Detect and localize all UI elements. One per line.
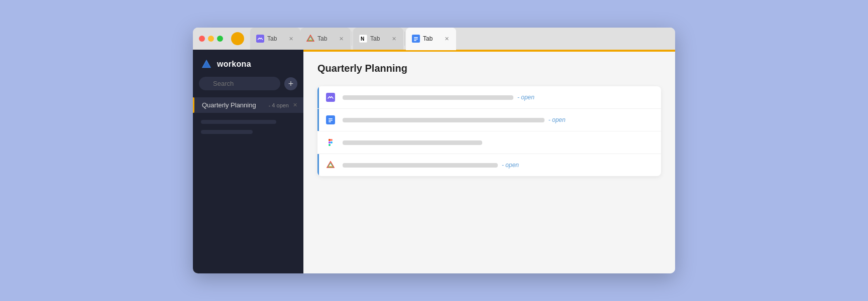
- workona-multicolor-tab-icon: [306, 35, 314, 43]
- tab3-close[interactable]: ✕: [391, 35, 397, 43]
- page-header: Quarterly Planning: [303, 52, 675, 81]
- tab4-label: Tab: [423, 35, 441, 42]
- tab-item-1-bar: [343, 95, 513, 100]
- traffic-lights: [199, 36, 223, 42]
- tab-item-3-icon: [325, 137, 336, 147]
- notion-tab-icon: N: [359, 35, 367, 43]
- tab-item-4-open-label: - open: [502, 162, 519, 169]
- svg-rect-8: [414, 39, 418, 40]
- tab-content-area: - open: [303, 81, 675, 273]
- svg-rect-17: [329, 139, 331, 141]
- workspace-name: Quarterly Planning: [199, 101, 267, 109]
- tab-item-2-open-label: - open: [549, 116, 566, 123]
- svg-rect-14: [329, 118, 333, 119]
- browser-tab-4[interactable]: Tab ✕: [406, 28, 456, 50]
- svg-rect-20: [329, 144, 331, 146]
- workspace-item-quarterly[interactable]: Quarterly Planning - 4 open ✕: [193, 97, 303, 113]
- svg-rect-16: [329, 121, 331, 122]
- tab-item-1-bar-wrapper: - open: [343, 94, 653, 101]
- tab-separator: [352, 32, 352, 46]
- docs-blue-tab-icon: [412, 35, 420, 43]
- workspace-accent: [193, 97, 194, 113]
- main-content: Quarterly Planning -: [303, 50, 675, 273]
- svg-rect-15: [329, 120, 333, 121]
- tab-list-item-1[interactable]: - open: [317, 86, 661, 109]
- sidebar-brand: workona: [217, 60, 251, 69]
- tab-item-1-open-label: - open: [517, 94, 534, 101]
- tab-item-4-icon: [325, 160, 336, 170]
- tab1-label: Tab: [267, 35, 285, 42]
- svg-rect-18: [331, 139, 333, 141]
- maximize-button[interactable]: [217, 36, 223, 42]
- sidebar-placeholder-lines: [193, 113, 303, 147]
- sidebar-placeholder-line-1: [201, 120, 276, 124]
- svg-rect-7: [414, 37, 418, 38]
- tab-separator-2: [404, 32, 405, 46]
- browser-body: workona 🔍 + Quarterly Planning - 4 open …: [193, 50, 675, 273]
- tab-item-3-bar-wrapper: [343, 140, 653, 145]
- workspace-close-btn[interactable]: ✕: [293, 102, 297, 108]
- page-title: Quarterly Planning: [317, 63, 661, 74]
- tab4-close[interactable]: ✕: [444, 35, 450, 43]
- tab-list-item-3[interactable]: [317, 131, 661, 154]
- tab-item-3-bar: [343, 140, 482, 145]
- sidebar: workona 🔍 + Quarterly Planning - 4 open …: [193, 50, 303, 273]
- tab3-label: Tab: [370, 35, 388, 42]
- svg-rect-9: [414, 40, 416, 41]
- browser-window: Tab ✕ Tab ✕: [193, 28, 675, 273]
- tabs-card: - open: [317, 86, 661, 176]
- profile-avatar[interactable]: [231, 32, 244, 45]
- tab2-close[interactable]: ✕: [338, 35, 345, 43]
- tab2-label: Tab: [317, 35, 335, 42]
- browser-tabs: Tab ✕ Tab ✕: [250, 28, 669, 50]
- tab-item-2-bar: [343, 118, 545, 122]
- browser-tab-2[interactable]: Tab ✕: [300, 28, 351, 50]
- tab1-close[interactable]: ✕: [288, 35, 294, 43]
- add-workspace-button[interactable]: +: [284, 77, 297, 90]
- close-button[interactable]: [199, 36, 205, 42]
- sidebar-placeholder-line-2: [201, 130, 253, 134]
- search-wrapper: 🔍: [199, 77, 280, 90]
- svg-point-21: [331, 141, 333, 143]
- minimize-button[interactable]: [208, 36, 214, 42]
- sidebar-logo: workona: [193, 50, 303, 77]
- workona-logo-icon: [201, 59, 212, 70]
- browser-tab-1[interactable]: Tab ✕: [250, 28, 300, 50]
- sidebar-search-row: 🔍 +: [193, 77, 303, 97]
- tab-list-item-2[interactable]: - open: [317, 109, 661, 131]
- tab-item-2-bar-wrapper: - open: [343, 116, 653, 123]
- clickup-tab-icon: [256, 35, 264, 43]
- tab-item-4-bar: [343, 163, 498, 168]
- tab-item-4-bar-wrapper: - open: [343, 162, 653, 169]
- title-bar: Tab ✕ Tab ✕: [193, 28, 675, 50]
- tab-list-item-4[interactable]: - open: [317, 154, 661, 176]
- workspace-count: - 4 open: [269, 102, 289, 108]
- tab-item-1-icon: [325, 92, 336, 102]
- search-input[interactable]: [199, 77, 280, 90]
- tab-item-2-icon: [325, 115, 336, 125]
- browser-tab-3[interactable]: N Tab ✕: [353, 28, 403, 50]
- svg-text:N: N: [361, 36, 364, 42]
- svg-rect-19: [329, 141, 331, 143]
